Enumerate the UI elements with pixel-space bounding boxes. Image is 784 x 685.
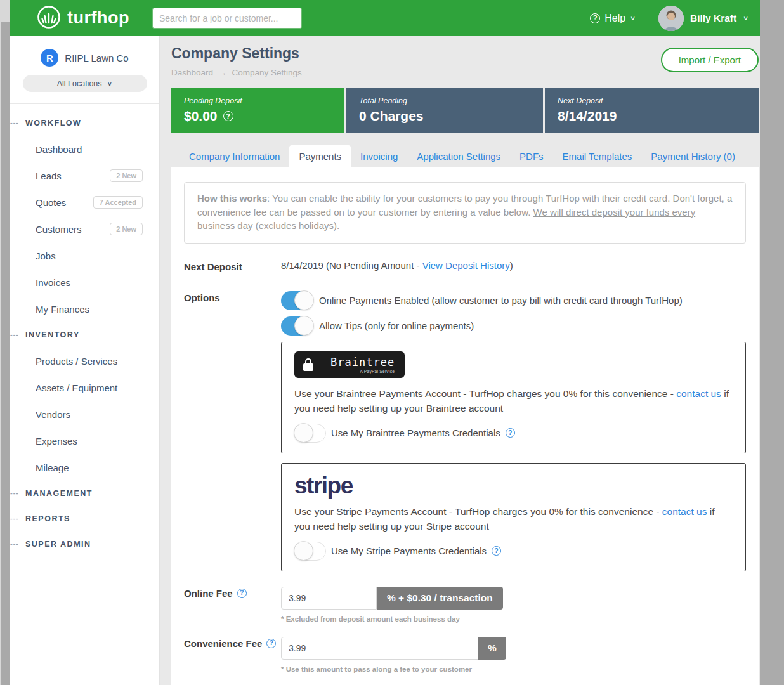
how-this-works-box: How this works: You can enable the abili… [184, 182, 746, 244]
help-icon[interactable]: ? [492, 546, 501, 556]
help-icon[interactable]: ? [266, 639, 276, 648]
next-deposit-label: Next Deposit [184, 260, 281, 272]
page-scrollbar-track[interactable] [0, 0, 10, 685]
convenience-fee-input[interactable] [281, 637, 478, 660]
next-deposit-text-end: ) [510, 260, 513, 271]
window-right-gutter [760, 0, 784, 685]
braintree-desc-text: Use your Braintree Payments Account - Tu… [294, 388, 676, 399]
sidebar-section-super-admin[interactable]: --- SUPER ADMIN [10, 532, 159, 557]
section-label: REPORTS [25, 514, 70, 523]
brand-logo[interactable]: turfhop [37, 5, 129, 32]
sidebar-item-leads[interactable]: Leads 2 New [10, 162, 159, 189]
sidebar-item-my-finances[interactable]: My Finances [10, 296, 159, 322]
next-deposit-value: 8/14/2019 (No Pending Amount - View Depo… [281, 260, 746, 272]
next-deposit-row: Next Deposit 8/14/2019 (No Pending Amoun… [184, 260, 746, 272]
sidebar-item-products-services[interactable]: Products / Services [10, 348, 159, 374]
convenience-fee-label-text: Convenience Fee [184, 638, 262, 649]
stripe-box: stripe Use your Stripe Payments Account … [281, 463, 746, 571]
help-menu[interactable]: ? Help ∨ [590, 13, 636, 24]
sidebar-item-expenses[interactable]: Expenses [10, 427, 159, 454]
sidebar-item-invoices[interactable]: Invoices [10, 269, 159, 296]
section-label: SUPER ADMIN [25, 540, 91, 549]
sidebar-item-assets-equipment[interactable]: Assets / Equipment [10, 374, 159, 401]
section-dashes-icon: --- [10, 330, 19, 338]
tab-application-settings[interactable]: Application Settings [407, 145, 510, 167]
braintree-logo-divider [322, 356, 322, 373]
braintree-logo-text: Braintree [330, 356, 395, 369]
payments-panel: How this works: You can enable the abili… [171, 167, 759, 685]
company-switcher[interactable]: R RIIPL Lawn Co [10, 49, 159, 67]
braintree-logo: Braintree A PayPal Service [294, 351, 405, 378]
tab-payment-history[interactable]: Payment History (0) [641, 145, 745, 167]
toggle-knob [294, 290, 314, 310]
tab-pdfs[interactable]: PDFs [510, 145, 553, 167]
braintree-credentials-toggle[interactable] [294, 424, 326, 443]
topbar-right-cluster: ? Help ∨ Billy Kraft ∨ [590, 6, 748, 31]
sidebar-item-vendors[interactable]: Vendors [10, 401, 159, 427]
company-name: RIIPL Lawn Co [65, 53, 128, 63]
help-icon: ? [590, 13, 600, 23]
help-icon[interactable]: ? [223, 111, 233, 121]
braintree-logo-subtext: A PayPal Service [330, 369, 395, 374]
sidebar-item-quotes[interactable]: Quotes 7 Accepted [10, 189, 159, 216]
stat-card-next-deposit: Next Deposit 8/14/2019 [545, 88, 759, 133]
sidebar-item-dashboard[interactable]: Dashboard [10, 136, 159, 162]
convenience-fee-note: * Use this amount to pass along a fee to… [281, 665, 746, 673]
sidebar-item-mileage[interactable]: Mileage [10, 454, 159, 481]
options-label: Options [184, 291, 281, 342]
online-payments-toggle[interactable] [281, 291, 313, 310]
page-scrollbar-thumb[interactable] [1, 22, 10, 685]
search-input[interactable] [152, 8, 302, 29]
stripe-logo: stripe [294, 473, 733, 499]
help-icon[interactable]: ? [237, 589, 247, 598]
location-selector-label: All Locations [57, 79, 102, 88]
help-icon[interactable]: ? [506, 428, 515, 438]
tab-company-information[interactable]: Company Information [180, 145, 289, 167]
sidebar-section-reports[interactable]: --- REPORTS [10, 506, 159, 532]
tab-email-templates[interactable]: Email Templates [553, 145, 642, 167]
stripe-contact-us-link[interactable]: contact us [662, 506, 707, 517]
help-label: Help [604, 13, 625, 24]
app-window: turfhop ? Help ∨ Billy Kraft ∨ [10, 0, 760, 685]
quotes-badge: 7 Accepted [93, 196, 143, 209]
tab-invoicing[interactable]: Invoicing [351, 145, 407, 167]
user-menu[interactable]: Billy Kraft ∨ [658, 6, 748, 31]
stripe-credentials-label: Use My Stripe Payments Credentials [331, 545, 487, 556]
braintree-description: Use your Braintree Payments Account - Tu… [294, 386, 733, 415]
allow-tips-toggle[interactable] [281, 316, 313, 336]
braintree-contact-us-link[interactable]: contact us [676, 388, 721, 399]
online-fee-note: * Excluded from deposit amount each busi… [281, 615, 746, 623]
sidebar-section-inventory[interactable]: --- INVENTORY [10, 322, 159, 348]
stat-value: 0 Charges [359, 108, 530, 124]
view-deposit-history-link[interactable]: View Deposit History [422, 260, 510, 271]
company-logo: R [41, 49, 58, 67]
tab-payments[interactable]: Payments [289, 145, 351, 167]
sidebar-item-label: Products / Services [36, 356, 117, 367]
section-dashes-icon: --- [10, 514, 19, 522]
stat-card-pending-deposit: Pending Deposit $0.00 ? [171, 88, 344, 133]
main-content: Company Settings Dashboard → Company Set… [160, 36, 760, 685]
convenience-fee-addon: % [478, 637, 506, 660]
breadcrumb-arrow-icon: → [218, 68, 227, 77]
online-fee-input[interactable] [281, 587, 377, 610]
leads-badge: 2 New [110, 169, 143, 182]
stat-label: Pending Deposit [184, 96, 332, 105]
sidebar-item-label: Expenses [36, 436, 77, 447]
pending-deposit-amount: $0.00 [184, 108, 218, 124]
import-export-button[interactable]: Import / Export [661, 48, 759, 72]
turfhop-grass-icon [37, 5, 61, 32]
toggle-knob [294, 316, 314, 336]
stripe-desc-text: Use your Stripe Payments Account - TurfH… [294, 506, 662, 517]
convenience-fee-row: Convenience Fee ? % * Use this amount to… [184, 637, 746, 673]
sidebar-section-management[interactable]: --- MANAGEMENT [10, 481, 159, 506]
sidebar-section-workflow[interactable]: --- WORKFLOW [10, 110, 159, 136]
sidebar-item-jobs[interactable]: Jobs [10, 242, 159, 269]
location-selector[interactable]: All Locations ∨ [23, 75, 147, 92]
stat-card-total-pending: Total Pending 0 Charges [346, 88, 543, 133]
breadcrumb-dashboard[interactable]: Dashboard [171, 68, 213, 77]
sidebar-item-label: Invoices [36, 277, 70, 288]
braintree-credentials-label: Use My Braintree Payments Credentials [331, 427, 500, 438]
sidebar-item-customers[interactable]: Customers 2 New [10, 216, 159, 242]
stripe-credentials-toggle[interactable] [294, 542, 326, 561]
chevron-down-icon: ∨ [743, 15, 748, 22]
